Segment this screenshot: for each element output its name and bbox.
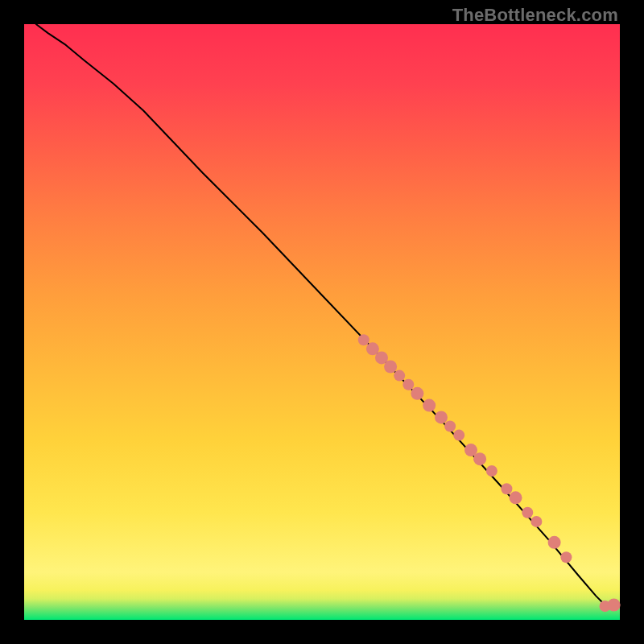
data-point <box>394 370 405 382</box>
data-point <box>358 334 369 345</box>
watermark-text: TheBottleneck.com <box>452 5 618 26</box>
data-point <box>384 361 397 374</box>
data-point <box>522 507 533 518</box>
data-point <box>411 387 423 400</box>
data-point <box>423 399 436 412</box>
data-point <box>560 551 572 563</box>
data-point <box>608 599 621 612</box>
chart-svg <box>24 24 620 620</box>
data-point <box>435 411 448 423</box>
data-point <box>453 430 464 441</box>
data-point <box>486 465 497 477</box>
trend-line <box>36 24 614 608</box>
data-point <box>501 483 512 494</box>
plot-area <box>24 24 620 620</box>
data-point <box>473 452 486 465</box>
data-point <box>548 536 561 549</box>
data-point <box>530 516 542 527</box>
data-points <box>358 334 621 612</box>
chart-frame: TheBottleneck.com <box>0 0 644 644</box>
data-point <box>402 379 414 390</box>
data-point <box>444 421 456 432</box>
data-point <box>510 491 522 504</box>
